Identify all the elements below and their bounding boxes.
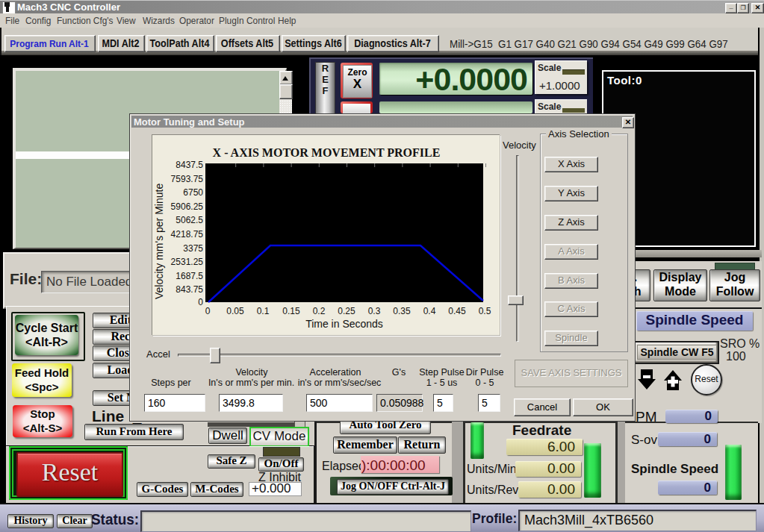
svg-text:0: 0 [198, 297, 203, 307]
svg-text:0.45: 0.45 [448, 306, 466, 316]
svg-text:0.05: 0.05 [226, 306, 244, 316]
svg-text:4218.75: 4218.75 [171, 229, 204, 240]
svg-text:3375: 3375 [183, 243, 203, 254]
svg-text:Velocity mm's per Minute: Velocity mm's per Minute [153, 184, 165, 299]
svg-text:0.3: 0.3 [368, 306, 381, 316]
svg-text:0.15: 0.15 [282, 306, 300, 316]
svg-text:0: 0 [205, 306, 211, 316]
svg-text:5062.5: 5062.5 [176, 215, 203, 225]
svg-text:8437.5: 8437.5 [176, 160, 203, 170]
svg-text:0.25: 0.25 [338, 306, 355, 316]
svg-text:6750: 6750 [183, 187, 203, 198]
svg-text:1687.5: 1687.5 [176, 271, 203, 281]
svg-text:0.4: 0.4 [423, 306, 436, 316]
svg-text:0.1: 0.1 [257, 306, 270, 316]
svg-text:Time in Seconds: Time in Seconds [305, 318, 383, 330]
svg-text:7593.75: 7593.75 [171, 174, 204, 184]
svg-text:5906.25: 5906.25 [171, 201, 204, 212]
svg-text:843.75: 843.75 [176, 284, 203, 295]
svg-text:0.2: 0.2 [313, 306, 326, 316]
svg-text:0.35: 0.35 [393, 306, 411, 316]
svg-text:X - AXIS MOTOR MOVEMENT PROFIL: X - AXIS MOTOR MOVEMENT PROFILE [213, 146, 441, 159]
svg-text:0.5: 0.5 [479, 306, 491, 316]
svg-text:2531.25: 2531.25 [171, 257, 204, 267]
